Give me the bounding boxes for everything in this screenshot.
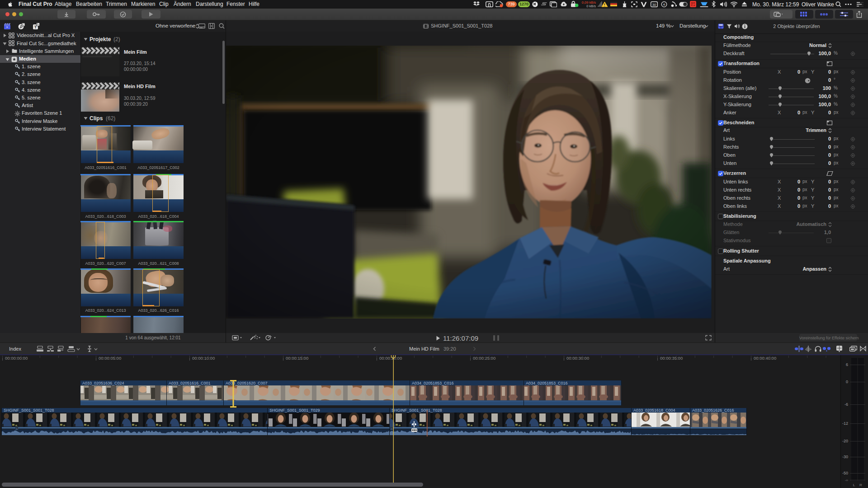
svg-text:SHGINF_S001_S001_T029: SHGINF_S001_S001_T029 bbox=[269, 408, 320, 413]
svg-text:e: e bbox=[663, 2, 665, 6]
svg-text:A033_02051636_C024: A033_02051636_C024 bbox=[82, 381, 124, 385]
svg-text:A034_02051853_C016: A034_02051853_C016 bbox=[412, 381, 454, 385]
svg-text:00:00:25:00: 00:00:25:00 bbox=[473, 356, 495, 361]
svg-text:00:00:10:00: 00:00:10:00 bbox=[192, 356, 215, 361]
svg-text:0: 0 bbox=[846, 380, 848, 384]
svg-text:-∞: -∞ bbox=[845, 479, 848, 482]
svg-text:R: R bbox=[859, 483, 862, 487]
svg-text:00:00:00:00: 00:00:00:00 bbox=[5, 356, 28, 361]
svg-text:A033_02051616_C001: A033_02051616_C001 bbox=[169, 381, 211, 385]
svg-text:00:00:20:00: 00:00:20:00 bbox=[379, 356, 402, 361]
svg-text:00:00:35:00: 00:00:35:00 bbox=[660, 356, 683, 361]
svg-text:A034_02051853_C016: A034_02051853_C016 bbox=[526, 381, 568, 385]
svg-text:00:00:40:00: 00:00:40:00 bbox=[754, 356, 776, 361]
svg-text:SHGINF_S001_S001_T028: SHGINF_S001_S001_T028 bbox=[4, 408, 54, 413]
svg-text:-30: -30 bbox=[842, 455, 848, 459]
svg-text:-6: -6 bbox=[844, 402, 848, 407]
svg-text:00:00:05:00: 00:00:05:00 bbox=[99, 356, 121, 361]
svg-text:-12: -12 bbox=[842, 421, 848, 426]
svg-text:L: L bbox=[853, 483, 855, 487]
svg-text:0: 0 bbox=[16, 427, 17, 430]
svg-text:SHGINF_S001_S001_T028: SHGINF_S001_S001_T028 bbox=[392, 408, 442, 413]
svg-text:6: 6 bbox=[846, 362, 848, 367]
svg-text:00:00:30:00: 00:00:30:00 bbox=[566, 356, 589, 361]
svg-text:00:00:15:00: 00:00:15:00 bbox=[286, 356, 308, 361]
svg-text:0: 0 bbox=[391, 427, 392, 430]
svg-text:-20: -20 bbox=[842, 439, 848, 443]
svg-text:-50: -50 bbox=[842, 471, 848, 475]
svg-text:30: 30 bbox=[652, 3, 656, 7]
svg-text:A033_02051618_C004: A033_02051618_C004 bbox=[633, 408, 675, 413]
svg-text:A033_02051626_C016: A033_02051626_C016 bbox=[692, 408, 734, 413]
